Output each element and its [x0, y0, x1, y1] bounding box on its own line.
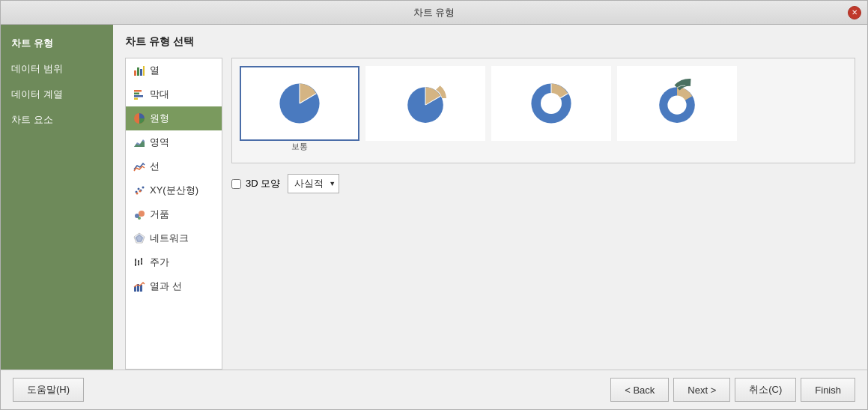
threed-label: 3D 모양	[246, 177, 280, 190]
svg-point-14	[142, 187, 145, 189]
help-button[interactable]: 도움말(H)	[13, 378, 84, 402]
main-panel: 차트 유형 선택 열	[113, 25, 867, 370]
section-title: 차트 유형 선택	[125, 35, 855, 49]
dialog-title: 차트 유형	[413, 6, 455, 19]
chart-type-stock[interactable]: 주가	[126, 250, 222, 274]
titlebar: 차트 유형 ✕	[1, 1, 867, 25]
footer-right: < Back Next > 취소(C) Finish	[610, 378, 855, 402]
threed-checkbox[interactable]	[231, 179, 241, 189]
right-panel: 보통	[231, 58, 855, 370]
variant-4-wrapper	[617, 66, 737, 155]
svg-point-12	[138, 188, 140, 190]
chart-type-barline[interactable]: 열과 선	[126, 274, 222, 298]
close-button[interactable]: ✕	[848, 6, 861, 19]
style-dropdown[interactable]: 사실적	[288, 174, 339, 193]
chart-type-barline-label: 열과 선	[150, 280, 182, 293]
chart-type-list: 열 막대	[125, 58, 222, 370]
svg-point-16	[139, 190, 142, 193]
chart-type-line-label: 선	[150, 160, 160, 173]
bubble-icon	[133, 208, 145, 220]
chart-type-xy[interactable]: XY(분산형)	[126, 178, 222, 202]
chart-type-hbar-label: 막대	[150, 88, 169, 101]
line-icon	[133, 160, 145, 172]
variant-2[interactable]	[365, 66, 485, 141]
net-icon	[133, 232, 145, 244]
svg-point-46	[667, 96, 686, 115]
svg-rect-5	[134, 93, 139, 95]
barline-icon	[133, 280, 145, 292]
chart-type-pie-label: 원형	[150, 112, 169, 125]
sidebar-title: 차트 유형	[1, 31, 113, 56]
next-button[interactable]: Next >	[673, 378, 730, 402]
finish-button[interactable]: Finish	[801, 378, 855, 402]
chart-type-bubble[interactable]: 거품	[126, 202, 222, 226]
svg-rect-7	[134, 98, 138, 100]
svg-point-18	[139, 211, 145, 217]
chart-type-pie[interactable]: 원형	[126, 106, 222, 130]
chart-type-xy-label: XY(분산형)	[150, 184, 198, 197]
variant-3-svg	[525, 77, 577, 130]
chart-type-net-label: 네트워크	[150, 232, 189, 245]
variant-4-svg	[651, 77, 703, 130]
options-row: 3D 모양 사실적	[231, 171, 855, 196]
back-button[interactable]: < Back	[610, 378, 669, 402]
variant-2-svg	[399, 77, 452, 130]
svg-rect-4	[134, 90, 142, 92]
variant-3[interactable]	[491, 66, 611, 141]
chart-type-bar[interactable]: 열	[126, 58, 222, 82]
svg-point-19	[138, 217, 141, 220]
sidebar-item-data-series[interactable]: 데이터 계열	[1, 82, 113, 107]
chart-type-bar-label: 열	[150, 64, 160, 77]
variant-1-wrapper: 보통	[240, 66, 359, 155]
svg-point-15	[136, 193, 139, 195]
area-icon	[133, 136, 145, 148]
bar-icon	[133, 64, 145, 76]
chart-type-bubble-label: 거품	[150, 208, 169, 221]
svg-rect-0	[134, 70, 136, 76]
variant-2-wrapper	[365, 66, 485, 155]
variant-4-label	[617, 141, 737, 144]
content-area: 열 막대	[125, 58, 855, 370]
variant-3-wrapper	[491, 66, 611, 155]
chart-type-area[interactable]: 영역	[126, 130, 222, 154]
xy-icon	[133, 184, 145, 196]
hbar-icon	[133, 88, 145, 100]
svg-rect-3	[143, 66, 145, 76]
variant-2-label	[365, 141, 485, 144]
variant-1-svg	[273, 77, 326, 130]
chart-type-net[interactable]: 네트워크	[126, 226, 222, 250]
variant-1-label: 보통	[240, 141, 359, 155]
dialog: 차트 유형 ✕ 차트 유형 데이터 범위 데이터 계열 차트 요소 차트 유형 …	[0, 0, 868, 410]
pie-icon-small	[133, 112, 145, 124]
chart-type-hbar[interactable]: 막대	[126, 82, 222, 106]
variant-3-label	[491, 141, 611, 144]
footer-left: 도움말(H)	[13, 378, 84, 402]
chart-type-stock-label: 주가	[150, 256, 169, 269]
svg-rect-1	[137, 67, 139, 76]
footer: 도움말(H) < Back Next > 취소(C) Finish	[1, 370, 867, 409]
chart-type-area-label: 영역	[150, 136, 169, 149]
cancel-button[interactable]: 취소(C)	[735, 378, 796, 402]
svg-rect-2	[140, 69, 142, 76]
sidebar-item-data-range[interactable]: 데이터 범위	[1, 56, 113, 82]
variant-1[interactable]	[240, 66, 359, 141]
svg-rect-6	[134, 95, 143, 97]
stock-icon	[133, 256, 145, 268]
chart-type-line[interactable]: 선	[126, 154, 222, 178]
sidebar: 차트 유형 데이터 범위 데이터 계열 차트 요소	[1, 25, 113, 370]
chart-variants: 보통	[231, 58, 855, 163]
variant-4[interactable]	[617, 66, 737, 141]
sidebar-item-chart-elements[interactable]: 차트 요소	[1, 107, 113, 133]
dialog-body: 차트 유형 데이터 범위 데이터 계열 차트 요소 차트 유형 선택	[1, 25, 867, 370]
threed-checkbox-label[interactable]: 3D 모양	[231, 177, 280, 190]
